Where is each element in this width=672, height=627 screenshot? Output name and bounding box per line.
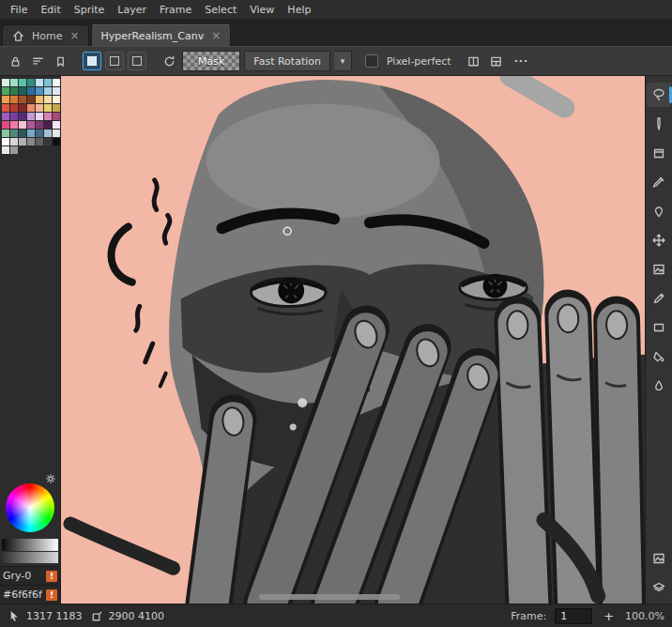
palette-swatch[interactable] [2,121,9,129]
palette-swatch[interactable] [53,138,60,145]
palette-swatch[interactable] [27,104,35,112]
palette-swatch[interactable] [53,113,60,120]
tab-home-close-icon[interactable]: × [69,30,80,41]
palette-swatch[interactable] [44,79,52,86]
gear-icon[interactable] [44,472,57,485]
palette-swatch[interactable] [27,113,35,120]
palette-swatch[interactable] [27,96,35,103]
rotation-algorithm-dropdown[interactable]: Fast Rotation [244,51,330,71]
foreground-color-name-row[interactable]: Gry-0 ! [0,566,60,585]
palette-swatch[interactable] [10,87,18,95]
timeline-toggle[interactable] [647,575,671,600]
palette-swatch[interactable] [19,130,26,137]
menu-frame[interactable]: Frame [153,2,198,18]
palette-swatch[interactable] [10,130,18,137]
selection-mode-add-button[interactable] [105,52,124,70]
preview-toggle[interactable] [647,546,671,571]
palette-swatch[interactable] [36,121,43,129]
move-tool[interactable] [647,228,671,252]
palette-swatch[interactable] [36,104,43,112]
canvas[interactable] [61,76,645,604]
palette-swatch[interactable] [53,121,60,129]
palette-sort-button[interactable] [28,52,47,70]
palette-swatch[interactable] [44,87,52,95]
palette-swatch[interactable] [44,130,52,137]
palette-swatch[interactable] [2,79,9,86]
palette-swatch[interactable] [44,138,52,145]
palette-swatch[interactable] [10,121,18,129]
menu-select[interactable]: Select [198,2,243,18]
palette-swatch[interactable] [53,130,60,137]
palette-swatch[interactable] [19,96,26,103]
mask-ink-button[interactable]: Mask [182,51,240,71]
palette-swatch[interactable] [53,79,60,86]
pencil-tool[interactable] [647,112,671,136]
tiled-mode-xy-button[interactable] [487,52,506,70]
lasso-tool[interactable] [647,83,671,107]
canvas-frame-tool[interactable] [647,257,671,282]
tiled-mode-x-button[interactable] [465,52,483,70]
palette-swatch[interactable] [27,130,35,137]
menu-layer[interactable]: Layer [111,2,153,18]
palette-swatch[interactable] [36,138,43,145]
blur-tool[interactable] [647,374,671,398]
warning-badge[interactable]: ! [46,571,57,582]
menu-edit[interactable]: Edit [34,2,67,18]
palette-swatch[interactable] [10,113,18,120]
color-shades[interactable] [2,539,58,563]
rotate-button[interactable] [160,52,178,70]
frame-input[interactable]: 1 [555,608,592,624]
palette-swatch[interactable] [19,138,26,145]
palette-swatch[interactable] [36,87,43,95]
pixel-perfect-checkbox[interactable] [365,54,378,68]
palette-presets-button[interactable] [51,52,69,70]
palette-swatch[interactable] [10,96,18,103]
menu-sprite[interactable]: Sprite [68,2,112,18]
shade-gradient-row[interactable] [2,539,58,551]
palette-swatch[interactable] [2,138,9,145]
palette-swatch[interactable] [36,130,43,137]
palette-swatch[interactable] [36,96,43,103]
horizontal-scrollbar[interactable] [259,594,399,600]
palette-lock-button[interactable] [6,52,24,70]
palette-swatch[interactable] [19,104,26,112]
palette-swatch[interactable] [2,113,9,120]
palette-swatch[interactable] [27,121,35,129]
palette-swatch[interactable] [19,113,26,120]
palette-swatch[interactable] [44,104,52,112]
palette-swatch[interactable] [2,96,9,103]
tab-document-close-icon[interactable]: × [210,30,221,41]
pin-tool[interactable] [647,199,671,223]
eyedropper-tool[interactable] [647,170,671,194]
color-wheel[interactable] [6,483,54,532]
palette-swatch[interactable] [10,138,18,145]
menu-view[interactable]: View [243,2,281,18]
warning-badge[interactable]: ! [46,589,57,601]
brush-tool[interactable] [647,286,671,311]
palette-swatch[interactable] [2,130,9,137]
palette-swatch[interactable] [19,121,26,129]
palette-swatch[interactable] [27,79,35,86]
selection-mode-replace-button[interactable] [83,52,101,70]
palette-swatch[interactable] [10,146,18,154]
palette-swatch[interactable] [36,79,43,86]
tab-home[interactable]: Home × [2,24,89,46]
shade-gradient-row[interactable] [2,552,58,564]
palette-swatch[interactable] [36,113,43,120]
chevron-down-icon[interactable]: ▾ [334,51,352,71]
palette-swatch[interactable] [44,113,52,120]
tab-document[interactable]: HyperRealism_Canv × [91,24,231,46]
rectangle-tool[interactable] [647,315,671,340]
add-frame-button[interactable]: + [601,609,617,623]
palette-swatch[interactable] [27,138,35,145]
palette-swatch[interactable] [27,87,35,95]
selection-mode-subtract-button[interactable] [128,52,146,70]
palette-swatch[interactable] [19,87,26,95]
palette-swatch[interactable] [2,146,9,154]
palette-swatch[interactable] [53,96,60,103]
palette-swatch[interactable] [53,87,60,95]
palette-swatch[interactable] [44,121,52,129]
palette-swatch[interactable] [2,104,9,112]
palette-swatch[interactable] [53,104,60,112]
menu-file[interactable]: File [4,2,34,18]
